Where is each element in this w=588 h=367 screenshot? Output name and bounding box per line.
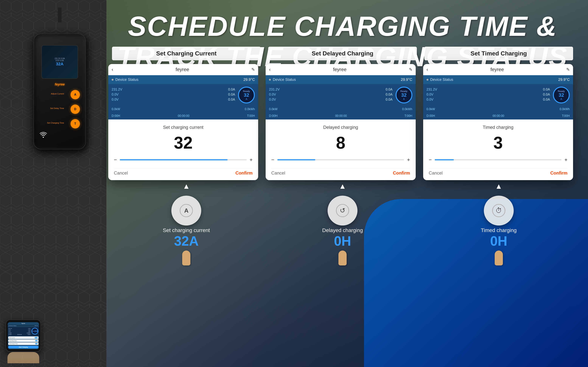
finger-2 xyxy=(337,250,348,269)
wifi-icon xyxy=(40,132,47,140)
slider-fill-2 xyxy=(277,159,315,160)
phone-gauge: Ready 32A xyxy=(32,328,38,334)
dialog-title-1: Set charging current xyxy=(114,125,253,130)
slider-track-1[interactable] xyxy=(120,159,247,160)
edit-btn-2[interactable]: ✎ xyxy=(409,67,412,72)
phone-status-bar: ● Device Status 29.9°C xyxy=(8,325,39,327)
status-label-1: Device Status xyxy=(115,77,138,82)
charger-btn-a-label: Adjust Current xyxy=(51,92,64,95)
status-bar-2: Device Status 29.9°C xyxy=(266,75,415,84)
status-temp-1: 29.9°C xyxy=(243,77,255,82)
phone-menu-delay-time[interactable]: Set Delay Time 0H xyxy=(8,339,38,342)
cancel-btn-2[interactable]: Cancel xyxy=(271,170,285,176)
phone-stats: 231.2V0.0A 0.0V0.0A 0.0V0.0A 0.0kW0.0kWh… xyxy=(8,327,39,336)
confirm-btn-1[interactable]: Confirm xyxy=(235,170,253,176)
back-btn-1[interactable]: ‹ xyxy=(112,67,113,72)
bottom-item-1: A Set charging current 32A xyxy=(112,196,261,269)
slider-plus-1[interactable]: + xyxy=(249,157,253,163)
arrow-3: ▲ xyxy=(424,182,573,190)
stats-3: 231.2V 0.0A 0.0V 0.0A 0.0V 0.0A Ready 32 xyxy=(423,84,573,106)
stats-bottom-3: 0.0kW 0.0kWh xyxy=(423,106,573,113)
status-dot-3 xyxy=(427,79,428,81)
circle-btn-2[interactable]: ↺ xyxy=(328,196,357,225)
charger-btn-t-label: Set Charging Time xyxy=(47,122,64,124)
back-btn-2[interactable]: ‹ xyxy=(269,67,271,72)
dialog-buttons-1: Cancel Confirm xyxy=(114,168,253,176)
phone-menu-set-current[interactable]: Set Current 32A xyxy=(8,336,38,339)
gauge-1: Ready 32 A xyxy=(238,87,255,103)
dialog-buttons-2: Cancel Confirm xyxy=(271,168,410,176)
dialog-slider-2: − + xyxy=(271,157,410,163)
slider-plus-2[interactable]: + xyxy=(407,157,410,163)
label-set-delayed-charging: Set Delayed Charging xyxy=(268,47,417,60)
phone-start-button[interactable]: Start Charging xyxy=(8,346,38,349)
dialog-value-3: 3 xyxy=(429,134,567,151)
confirm-btn-3[interactable]: Confirm xyxy=(550,170,567,176)
stats-row2-2: D:00H 00:00:00 T:00H xyxy=(266,113,415,119)
slider-minus-2[interactable]: − xyxy=(271,157,274,163)
bottom-label-3: Timed charging 0H xyxy=(481,227,517,249)
screen-labels: Set Charging Current Set Delayed Chargin… xyxy=(108,47,573,60)
status-dot-2 xyxy=(269,79,271,81)
charger-btn-t[interactable]: T xyxy=(71,119,80,128)
charger-brand: feyree xyxy=(55,83,65,86)
dialog-title-3: Timed charging xyxy=(429,125,567,130)
label-set-charging-current: Set Charging Current xyxy=(112,47,261,60)
status-dot-1 xyxy=(112,79,114,81)
phone-apps-row: ‹ feyree ✎ Device Status 29.9°C 231.2V 0… xyxy=(108,64,573,180)
status-bar-3: Device Status 29.9°C xyxy=(423,75,573,84)
label-set-timed-charging: Set Timed Charging xyxy=(424,47,573,60)
status-label-2: Device Status xyxy=(273,77,296,82)
dialog-value-2: 8 xyxy=(271,134,410,151)
slider-fill-1 xyxy=(120,159,228,160)
dialog-2: Delayed charging 8 − + Cancel Confirm xyxy=(266,119,415,180)
gauge-2: Ready 32 A xyxy=(396,87,412,103)
stats-bottom-2: 0.0kW 0.0kWh xyxy=(266,106,415,113)
charger-buttons: A Adjust Current D Set Delay Time T Set … xyxy=(71,90,80,132)
slider-plus-3[interactable]: + xyxy=(564,157,567,163)
bottom-section: A Set charging current 32A ↺ xyxy=(108,196,573,269)
cancel-btn-1[interactable]: Cancel xyxy=(114,170,128,176)
bottom-item-2: ↺ Delayed charging 0H xyxy=(268,196,417,269)
charger-screen: 231.2V 0.0A 0.0V 0.0A 32A xyxy=(41,45,78,79)
charger-btn-a[interactable]: A xyxy=(71,90,80,99)
gauge-3: Ready 32 A xyxy=(553,87,570,103)
svg-point-0 xyxy=(43,137,44,138)
arrows-row: ▲ ▲ ▲ xyxy=(108,182,573,190)
charger-device: 231.2V 0.0A 0.0V 0.0A 32A feyree A Adjus… xyxy=(26,8,93,330)
confirm-btn-2[interactable]: Confirm xyxy=(393,170,410,176)
finger-3 xyxy=(493,250,504,269)
phone-menu-charge-time[interactable]: Set Charge Time 0H xyxy=(8,342,38,345)
dialog-slider-3: − + xyxy=(429,157,567,163)
arrow-1: ▲ xyxy=(112,182,261,190)
edit-btn-3[interactable]: ✎ xyxy=(566,67,570,72)
app-title-2: feyree xyxy=(333,67,347,72)
back-btn-3[interactable]: ‹ xyxy=(427,67,428,72)
phone-app-title: feyree xyxy=(8,322,39,325)
stats-1: 231.2V 0.0A 0.0V 0.0A 0.0V 0.0A Ready 32 xyxy=(108,84,258,106)
dialog-1: Set charging current 32 − + Cancel Confi… xyxy=(108,119,258,180)
phone-screen: feyree ● Device Status 29.9°C 231.2V0.0A… xyxy=(8,322,39,349)
slider-track-2[interactable] xyxy=(277,159,404,160)
bottom-item-3: ⏱ Timed charging 0H xyxy=(424,196,573,269)
charger-body: 231.2V 0.0A 0.0V 0.0A 32A feyree A Adjus… xyxy=(33,33,86,149)
circle-btn-1[interactable]: A xyxy=(171,196,201,225)
dialog-buttons-3: Cancel Confirm xyxy=(429,168,567,176)
cancel-btn-3[interactable]: Cancel xyxy=(429,170,443,176)
status-label-3: Device Status xyxy=(430,77,453,82)
stats-bottom-1: 0.0kW 0.0kWh xyxy=(108,106,258,113)
app-screens-section: Set Charging Current Set Delayed Chargin… xyxy=(108,47,573,269)
slider-fill-3 xyxy=(435,159,454,160)
slider-minus-3[interactable]: − xyxy=(429,157,432,163)
bottom-label-2: Delayed charging 0H xyxy=(322,227,363,249)
status-temp-3: 29.9°C xyxy=(558,77,570,82)
app-nav-2: ‹ feyree ✎ xyxy=(266,64,415,75)
dialog-value-1: 32 xyxy=(114,134,253,151)
charger-display: 231.2V 0.0A 0.0V 0.0A 32A xyxy=(42,46,78,78)
slider-minus-1[interactable]: − xyxy=(114,157,117,163)
circle-btn-3[interactable]: ⏱ xyxy=(484,196,514,225)
slider-track-3[interactable] xyxy=(435,159,562,160)
dialog-title-2: Delayed charging xyxy=(271,125,410,130)
edit-btn-1[interactable]: ✎ xyxy=(251,67,255,72)
charger-btn-d[interactable]: D xyxy=(71,105,80,114)
